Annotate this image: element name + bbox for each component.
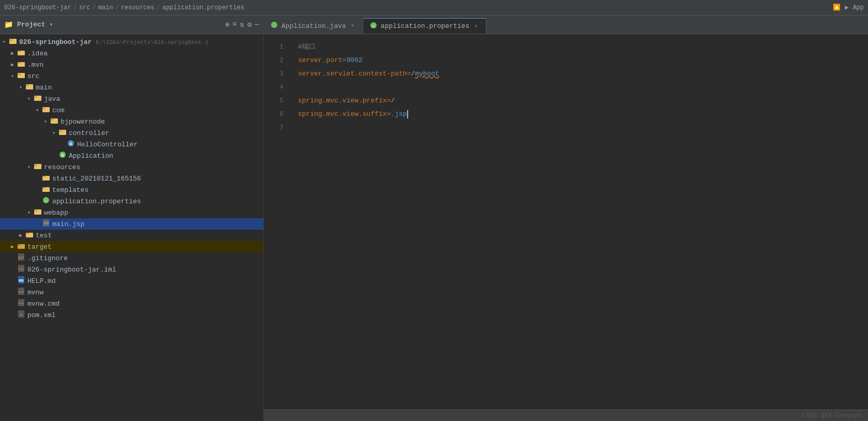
tree-icon-hellocontroller: A [66, 139, 76, 149]
code-area[interactable]: #端口server.port=9002server.servlet.contex… [290, 34, 868, 410]
svg-rect-35 [26, 233, 29, 234]
tree-arrow-bjpowernode[interactable]: ▾ [41, 118, 50, 125]
text-cursor [407, 110, 408, 118]
tab-label-app-props: application.properties [381, 22, 470, 30]
tree-label-mvnwcmd: mvnw.cmd [27, 300, 59, 308]
tree-label-pomxml: pom.xml [27, 311, 56, 319]
tree-item-iml[interactable]: iml026-springboot-jar.iml [0, 264, 263, 275]
tree-item-main[interactable]: ▾main [0, 82, 263, 93]
tree-item-hellocontroller[interactable]: AHelloController [0, 139, 263, 150]
svg-rect-25 [42, 176, 46, 177]
tree-arrow-target[interactable]: ▶ [8, 244, 17, 250]
tree-arrow-webapp[interactable]: ▾ [25, 209, 33, 216]
tree-label-hellocontroller: HelloController [77, 141, 138, 148]
tree-label-gitignore: .gitignore [27, 254, 68, 262]
tree-icon-resources [33, 162, 42, 172]
tree-item-controller[interactable]: ▾controller [0, 127, 263, 139]
tree-arrow-com[interactable]: ▾ [33, 107, 41, 113]
svg-point-50 [271, 22, 277, 28]
svg-rect-31 [34, 210, 37, 212]
svg-rect-3 [18, 51, 21, 52]
tree-icon-application: A [58, 151, 67, 161]
tab-app-java[interactable]: Application.java× [264, 18, 363, 34]
svg-text:✓: ✓ [372, 24, 375, 28]
tree-arrow-src[interactable]: ▾ [8, 73, 17, 79]
svg-rect-1 [9, 39, 12, 41]
sidebar-dropdown-icon[interactable]: ▾ [50, 21, 53, 28]
tree-icon-src [17, 71, 26, 81]
tree-arrow-root[interactable]: ▾ [0, 39, 8, 45]
tree-arrow-resources[interactable]: ▾ [25, 164, 33, 170]
tree-item-idea[interactable]: ▶.idea [0, 48, 263, 59]
breadcrumb-part-2: src [79, 4, 91, 11]
tree-icon-test [25, 230, 34, 240]
tree-label-java: java [44, 95, 60, 103]
tree-item-static[interactable]: static_20210121_165156 [0, 173, 263, 184]
tree-arrow-mvn[interactable]: ▶ [8, 62, 17, 68]
breadcrumb-part-5: application.properties [162, 4, 244, 11]
svg-text:A: A [61, 153, 64, 158]
tab-close-app-java[interactable]: × [349, 22, 356, 29]
tree-icon-java [33, 94, 42, 104]
line-numbers: 1234567 [264, 34, 290, 410]
tree-icon-mvnw: mvn [17, 287, 26, 297]
tree-label-application: Application [69, 152, 113, 160]
tree-label-mainjsp: main.jsp [52, 220, 84, 228]
tree-label-test: test [36, 232, 52, 239]
svg-text:git: git [18, 255, 25, 260]
svg-rect-15 [51, 119, 54, 121]
tree-item-mvnwcmd[interactable]: mvnmvnw.cmd [0, 298, 263, 309]
tree-arrow-main[interactable]: ▾ [17, 84, 25, 91]
tree-icon-idea [17, 48, 26, 58]
tree-item-appprops[interactable]: ✓application.properties [0, 196, 263, 207]
status-bar: CSDN @KK-Greyson [264, 410, 868, 421]
code-line-5: spring.mvc.view.prefix=/ [298, 94, 868, 108]
tab-icon-app-java [270, 21, 278, 31]
breadcrumb-part-1: 026-springboot-jar [4, 4, 71, 11]
tree-item-resources[interactable]: ▾resources [0, 161, 263, 173]
tree-item-mainjsp[interactable]: JSPmain.jsp [0, 218, 263, 230]
main-layout: 📁 Project ▾ ⊕ ≡ ⇅ ⚙ — ▾026-springboot-ja… [0, 16, 868, 421]
tree-icon-main [25, 82, 34, 93]
tree-arrow-idea[interactable]: ▶ [8, 50, 17, 56]
svg-text:A: A [69, 142, 72, 147]
tree-item-gitignore[interactable]: git.gitignore [0, 252, 263, 264]
code-line-7 [298, 121, 868, 134]
tree-label-target: target [27, 243, 52, 251]
tree-item-pomxml[interactable]: mpom.xml [0, 309, 263, 321]
tree-item-mvn[interactable]: ▶.mvn [0, 59, 263, 70]
code-line-3: server.servlet.context-path=/myboot [298, 67, 868, 81]
tree-item-com[interactable]: ▾com [0, 104, 263, 116]
tree-icon-mainjsp: JSP [41, 219, 51, 229]
svg-text:MD: MD [19, 278, 24, 283]
tab-app-props[interactable]: ✓application.properties× [363, 18, 487, 34]
tree-arrow-controller[interactable]: ▾ [50, 130, 58, 136]
sidebar-icon-hide[interactable]: — [255, 20, 259, 29]
tree-arrow-test[interactable]: ▶ [17, 232, 25, 238]
tree-label-controller: controller [69, 129, 109, 137]
tree-item-webapp[interactable]: ▾webapp [0, 207, 263, 218]
tree-icon-bjpowernode [50, 116, 59, 127]
sidebar-icon-collapse-all[interactable]: ≡ [232, 20, 236, 29]
tab-label-app-java: Application.java [281, 22, 346, 30]
tree-item-test[interactable]: ▶test [0, 230, 263, 241]
tree-label-idea: .idea [27, 50, 48, 57]
tab-close-app-props[interactable]: × [472, 23, 480, 30]
tree-item-templates[interactable]: templates [0, 184, 263, 196]
sidebar-icon-globe[interactable]: ⊕ [225, 20, 229, 29]
file-tree: ▾026-springboot-jar E:\IDEA\Projects\026… [0, 34, 263, 421]
tree-item-target[interactable]: ▶target [0, 241, 263, 252]
tree-item-helpmd[interactable]: MDHELP.md [0, 275, 263, 287]
tree-item-bjpowernode[interactable]: ▾bjpowernode [0, 116, 263, 127]
tree-item-root[interactable]: ▾026-springboot-jar E:\IDEA\Projects\026… [0, 36, 263, 48]
tree-item-src[interactable]: ▾src [0, 70, 263, 82]
tree-item-application[interactable]: AApplication [0, 150, 263, 161]
svg-text:mvn: mvn [19, 302, 24, 305]
top-bar: 026-springboot-jar / src / main / resour… [0, 0, 868, 16]
tree-item-mvnw[interactable]: mvnmvnw [0, 287, 263, 298]
sidebar-icon-settings[interactable]: ⚙ [247, 20, 251, 29]
svg-rect-13 [42, 108, 46, 109]
tree-arrow-java[interactable]: ▾ [25, 96, 33, 102]
tree-item-java[interactable]: ▾java [0, 93, 263, 104]
sidebar-icon-sort[interactable]: ⇅ [240, 20, 244, 29]
